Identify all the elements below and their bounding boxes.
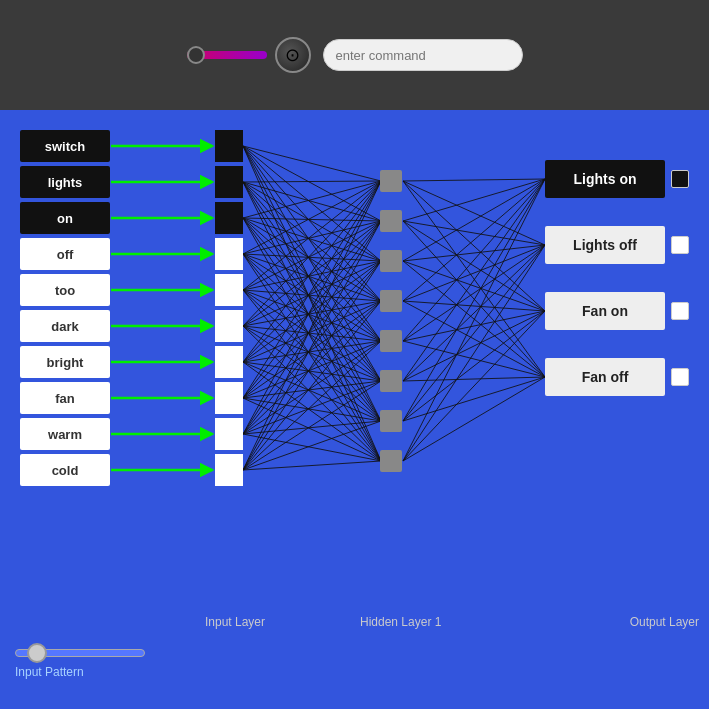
word-label-switch[interactable]: switch <box>20 130 110 162</box>
word-label-warm[interactable]: warm <box>20 418 110 450</box>
svg-line-79 <box>243 381 381 434</box>
svg-line-24 <box>243 182 381 421</box>
svg-line-90 <box>403 179 545 181</box>
svg-line-99 <box>403 245 545 261</box>
svg-line-104 <box>403 301 545 311</box>
input-node-3 <box>215 238 243 270</box>
speed-control: ⊙ <box>187 37 311 73</box>
svg-line-49 <box>243 290 381 461</box>
svg-line-20 <box>243 182 381 261</box>
svg-line-108 <box>403 311 545 341</box>
svg-line-98 <box>403 179 545 261</box>
svg-line-17 <box>243 146 381 461</box>
input-node-6 <box>215 346 243 378</box>
svg-line-71 <box>243 381 381 398</box>
word-label-bright[interactable]: bright <box>20 346 110 378</box>
svg-line-115 <box>403 245 545 421</box>
svg-line-46 <box>243 290 381 341</box>
svg-line-42 <box>243 181 381 290</box>
svg-line-118 <box>403 179 545 461</box>
command-input[interactable] <box>323 39 523 71</box>
input-node-9 <box>215 454 243 486</box>
svg-line-22 <box>243 182 381 341</box>
svg-line-14 <box>243 146 381 341</box>
input-node-5 <box>215 310 243 342</box>
svg-line-57 <box>243 326 381 461</box>
svg-line-31 <box>243 218 381 381</box>
output-layer-label: Output Layer <box>630 615 699 629</box>
output-indicator-0 <box>671 170 689 188</box>
svg-line-25 <box>243 182 381 461</box>
svg-line-100 <box>403 261 545 311</box>
input-layer-label: Input Layer <box>205 615 265 629</box>
svg-line-44 <box>243 261 381 290</box>
svg-line-33 <box>243 218 381 461</box>
svg-line-62 <box>243 341 381 362</box>
input-pattern-slider[interactable] <box>15 649 145 657</box>
svg-line-121 <box>403 377 545 461</box>
svg-line-35 <box>243 221 381 254</box>
hidden-node <box>380 290 402 312</box>
gauge-icon: ⊙ <box>275 37 311 73</box>
svg-line-87 <box>243 381 381 470</box>
svg-line-60 <box>243 261 381 362</box>
svg-line-109 <box>403 341 545 377</box>
svg-line-28 <box>243 218 381 261</box>
hidden-node <box>380 170 402 192</box>
input-node-2 <box>215 202 243 234</box>
svg-line-50 <box>243 181 381 326</box>
svg-line-55 <box>243 326 381 381</box>
svg-line-106 <box>403 179 545 341</box>
svg-line-54 <box>243 326 381 341</box>
svg-line-26 <box>243 181 381 218</box>
word-label-lights[interactable]: lights <box>20 166 110 198</box>
hidden-node <box>380 370 402 392</box>
svg-line-51 <box>243 221 381 326</box>
svg-line-18 <box>243 181 381 182</box>
output-item-3: Fan off <box>545 358 689 396</box>
output-item-0: Lights on <box>545 160 689 198</box>
svg-line-86 <box>243 341 381 470</box>
svg-line-81 <box>243 434 381 461</box>
output-label-3: Fan off <box>545 358 665 396</box>
speed-slider[interactable] <box>187 51 267 59</box>
svg-line-27 <box>243 218 381 221</box>
svg-line-89 <box>243 461 381 470</box>
word-label-on[interactable]: on <box>20 202 110 234</box>
svg-line-96 <box>403 221 545 311</box>
output-indicator-2 <box>671 302 689 320</box>
svg-line-23 <box>243 182 381 381</box>
svg-line-32 <box>243 218 381 421</box>
output-item-1: Lights off <box>545 226 689 264</box>
svg-line-94 <box>403 179 545 221</box>
hidden-node <box>380 450 402 472</box>
svg-line-37 <box>243 254 381 301</box>
svg-line-80 <box>243 421 381 434</box>
svg-line-13 <box>243 146 381 301</box>
svg-line-112 <box>403 311 545 381</box>
svg-line-114 <box>403 179 545 421</box>
svg-line-48 <box>243 290 381 421</box>
word-label-too[interactable]: too <box>20 274 110 306</box>
word-label-dark[interactable]: dark <box>20 310 110 342</box>
svg-line-19 <box>243 182 381 221</box>
svg-line-36 <box>243 254 381 261</box>
output-label-1: Lights off <box>545 226 665 264</box>
hidden-node <box>380 210 402 232</box>
svg-line-29 <box>243 218 381 301</box>
svg-line-120 <box>403 311 545 461</box>
svg-line-15 <box>243 146 381 381</box>
svg-line-111 <box>403 245 545 381</box>
word-label-off[interactable]: off <box>20 238 110 270</box>
svg-line-59 <box>243 221 381 362</box>
svg-line-43 <box>243 221 381 290</box>
svg-line-67 <box>243 221 381 398</box>
svg-line-113 <box>403 377 545 381</box>
word-label-cold[interactable]: cold <box>20 454 110 486</box>
svg-line-53 <box>243 301 381 326</box>
svg-line-119 <box>403 245 545 461</box>
svg-line-101 <box>403 261 545 377</box>
svg-line-16 <box>243 146 381 421</box>
word-label-fan[interactable]: fan <box>20 382 110 414</box>
svg-line-47 <box>243 290 381 381</box>
